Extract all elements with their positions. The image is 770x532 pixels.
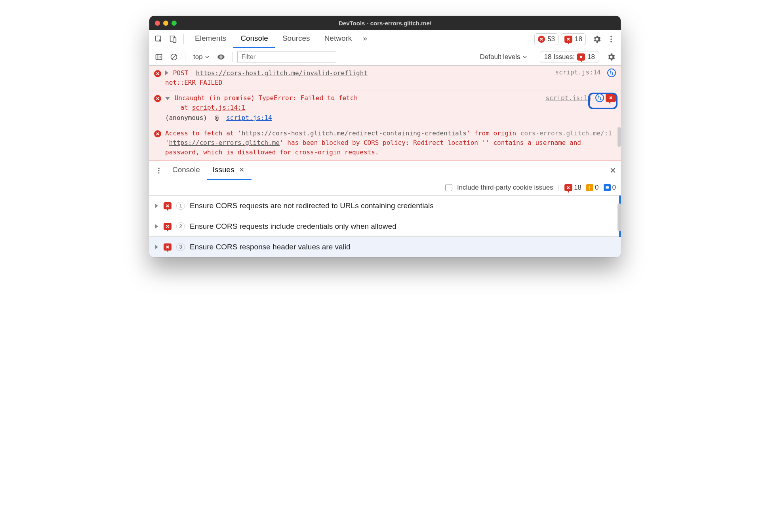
more-menu-icon[interactable] (605, 33, 618, 46)
tab-sources[interactable]: Sources (275, 30, 317, 48)
errors-count: 53 (547, 35, 555, 43)
error-icon (154, 130, 161, 137)
svg-point-4 (610, 38, 612, 40)
separator (183, 34, 184, 44)
anon-at: @ (215, 114, 219, 122)
issue-icon (564, 184, 572, 191)
issue-row[interactable]: 2 Ensure CORS requests include credentia… (149, 216, 621, 237)
main-toolbar: Elements Console Sources Network » 53 18 (149, 30, 621, 48)
drawer-more-icon[interactable] (152, 164, 165, 177)
log-levels-dropdown[interactable]: Default levels (477, 53, 530, 61)
tab-console[interactable]: Console (233, 30, 275, 48)
issue-count: 3 (176, 243, 185, 251)
tab-elements[interactable]: Elements (188, 30, 233, 48)
issue-icon (564, 36, 572, 43)
stack-location[interactable]: script.js:14:1 (192, 104, 245, 111)
svg-point-10 (158, 172, 159, 173)
svg-point-9 (158, 170, 159, 171)
svg-rect-11 (606, 186, 609, 188)
status-badges: 53 18 (534, 33, 586, 45)
settings-gear-icon[interactable] (591, 33, 603, 46)
request-url[interactable]: https://cors-host.glitch.me/redirect-con… (242, 129, 467, 137)
svg-rect-2 (173, 38, 176, 42)
live-expression-icon[interactable] (215, 51, 227, 63)
separator (185, 52, 185, 62)
error-icon (538, 36, 545, 43)
console-error-row[interactable]: Uncaught (in promise) TypeError: Failed … (149, 91, 621, 126)
show-sidebar-icon[interactable] (152, 51, 165, 63)
origin-url[interactable]: https://cors-errors.glitch.me (169, 139, 280, 146)
info-pill[interactable]: 0 (604, 184, 616, 192)
drawer-tab-label: Issues (213, 165, 234, 174)
drawer-tab-issues[interactable]: Issues × (207, 161, 252, 180)
scrollbar-thumb[interactable] (618, 127, 621, 147)
errors-pill[interactable]: 18 (564, 184, 581, 192)
collapse-icon[interactable] (165, 97, 170, 100)
expand-icon[interactable] (155, 224, 158, 229)
drawer-tabs: Console Issues × × (149, 161, 621, 180)
warnings-pill[interactable]: ! 0 (586, 184, 598, 192)
error-headline: Uncaught (in promise) TypeError: Failed … (175, 94, 358, 102)
third-party-checkbox[interactable] (445, 184, 452, 191)
tab-overflow[interactable]: » (359, 30, 371, 48)
console-error-row[interactable]: POST https://cors-host.glitch.me/invalid… (149, 66, 621, 91)
close-window-button[interactable] (155, 21, 160, 26)
tab-network[interactable]: Network (317, 30, 359, 48)
svg-point-5 (610, 41, 612, 42)
filter-input[interactable] (237, 51, 336, 63)
minimize-window-button[interactable] (163, 21, 168, 26)
titlebar: DevTools - cors-errors.glitch.me/ (149, 16, 621, 30)
toggle-device-icon[interactable] (167, 33, 179, 46)
issue-title: Ensure CORS response header values are v… (190, 243, 351, 251)
issues-count: 18 (575, 35, 582, 43)
console-settings-gear-icon[interactable] (605, 51, 618, 63)
network-icon[interactable] (607, 68, 616, 77)
scrollbar-thumb[interactable] (618, 203, 621, 231)
drawer-tab-console[interactable]: Console (167, 161, 206, 180)
issue-row[interactable]: 3 Ensure CORS response header values are… (149, 237, 621, 257)
issue-title: Ensure CORS requests are not redirected … (190, 201, 434, 210)
issues-button-label: 18 Issues: (544, 53, 575, 61)
issue-icon[interactable] (606, 93, 616, 102)
svg-rect-6 (156, 54, 162, 59)
anon-location[interactable]: script.js:14 (226, 114, 272, 122)
source-link[interactable]: script.js:14 (555, 68, 601, 76)
network-icon[interactable] (595, 93, 604, 102)
context-label: top (193, 53, 203, 61)
request-url[interactable]: https://cors-host.glitch.me/invalid-pref… (196, 69, 367, 77)
close-drawer-icon[interactable]: × (608, 163, 618, 178)
expand-icon[interactable] (165, 70, 168, 75)
anon-label: (anonymous) (165, 114, 207, 122)
stack-at: at (181, 104, 192, 111)
issue-row[interactable]: 1 Ensure CORS requests are not redirecte… (149, 196, 621, 216)
issue-icon (577, 53, 585, 61)
log-levels-label: Default levels (480, 53, 520, 61)
console-error-row[interactable]: cors-errors.glitch.me/:1 Access to fetch… (149, 126, 621, 161)
maximize-window-button[interactable] (172, 21, 177, 26)
issues-button[interactable]: 18 Issues: 18 (540, 51, 599, 63)
source-link[interactable]: cors-errors.glitch.me/:1 (520, 129, 612, 138)
info-icon (604, 184, 611, 191)
issue-icon (164, 243, 172, 251)
errors-badge[interactable]: 53 (534, 33, 558, 45)
separator (535, 52, 535, 62)
inspect-element-icon[interactable] (152, 33, 165, 46)
context-dropdown[interactable]: top (190, 53, 212, 61)
devtools-window: DevTools - cors-errors.glitch.me/ Elemen… (149, 16, 621, 257)
msg-text: Access to fetch at ' (165, 129, 242, 137)
window-controls (155, 21, 177, 26)
pill-count: 0 (595, 184, 598, 192)
clear-console-icon[interactable] (168, 51, 180, 63)
issue-icon (164, 202, 172, 209)
error-icon (154, 70, 161, 77)
issue-icon (164, 223, 172, 230)
issues-badge[interactable]: 18 (561, 33, 586, 45)
expand-icon[interactable] (155, 203, 158, 208)
expand-icon[interactable] (155, 245, 158, 249)
console-toolbar: top Default levels 18 Issues: 18 (149, 48, 621, 66)
source-link[interactable]: script.js:14 (545, 94, 591, 102)
checkbox-label: Include third-party cookie issues (457, 184, 553, 192)
issue-count: 2 (176, 222, 185, 230)
message-content: cors-errors.glitch.me/:1 Access to fetch… (165, 129, 616, 157)
close-tab-icon[interactable]: × (238, 163, 246, 177)
